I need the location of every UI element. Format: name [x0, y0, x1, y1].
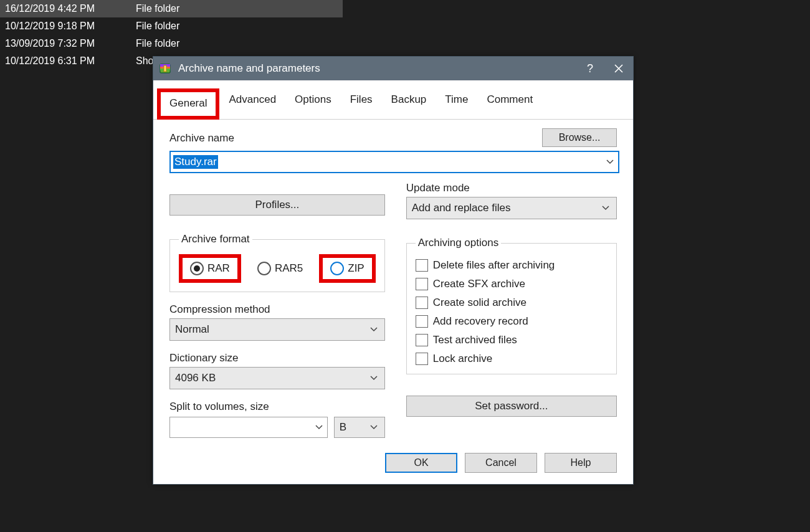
radio-icon: [330, 262, 344, 275]
chevron-down-icon[interactable]: [366, 417, 382, 437]
opt-delete-files[interactable]: Delete files after archiving: [416, 259, 608, 272]
tab-general[interactable]: General: [157, 88, 219, 120]
checkbox-icon: [416, 297, 428, 309]
radio-icon: [190, 262, 204, 275]
browse-button[interactable]: Browse...: [542, 128, 617, 147]
dictionary-label: Dictionary size: [169, 352, 385, 364]
checkbox-icon: [416, 259, 428, 272]
tab-files[interactable]: Files: [341, 88, 382, 119]
archive-name-value: Study.rar: [173, 155, 218, 169]
file-date: 13/09/2019 7:32 PM: [0, 38, 136, 49]
chevron-down-icon[interactable]: [311, 417, 327, 437]
file-date: 16/12/2019 4:42 PM: [0, 3, 136, 14]
archive-name-input[interactable]: Study.rar: [169, 151, 619, 173]
compression-select[interactable]: Normal: [169, 318, 385, 341]
opt-test[interactable]: Test archived files: [416, 334, 608, 346]
chevron-down-icon[interactable]: [366, 368, 382, 389]
compression-label: Compression method: [169, 303, 385, 316]
dialog-title: Archive name and parameters: [177, 62, 576, 75]
file-type: File folder: [136, 38, 343, 49]
tab-backup[interactable]: Backup: [382, 88, 436, 119]
tab-options[interactable]: Options: [285, 88, 341, 119]
archiving-options-label: Archiving options: [416, 237, 501, 249]
chevron-down-icon[interactable]: [366, 319, 382, 340]
dictionary-value: 4096 KB: [175, 372, 216, 384]
split-unit-select[interactable]: B: [334, 417, 385, 438]
split-unit-value: B: [340, 421, 346, 434]
opt-solid[interactable]: Create solid archive: [416, 297, 608, 309]
dictionary-select[interactable]: 4096 KB: [169, 367, 385, 389]
update-mode-select[interactable]: Add and replace files: [406, 197, 617, 219]
opt-lock[interactable]: Lock archive: [416, 353, 608, 365]
checkbox-icon: [416, 334, 428, 346]
ok-button[interactable]: OK: [385, 453, 457, 473]
tabstrip: General Advanced Options Files Backup Ti…: [153, 88, 633, 120]
help-icon[interactable]: ?: [576, 57, 604, 80]
tab-advanced[interactable]: Advanced: [219, 88, 285, 119]
profiles-button[interactable]: Profiles...: [169, 194, 385, 216]
close-icon[interactable]: [604, 57, 633, 80]
checkbox-icon: [416, 315, 428, 328]
tab-time[interactable]: Time: [436, 88, 477, 119]
format-rar-radio[interactable]: RAR: [190, 262, 230, 275]
format-zip-radio[interactable]: ZIP: [330, 262, 364, 275]
winrar-icon: [153, 62, 177, 75]
format-zip-label: ZIP: [348, 262, 364, 275]
archiving-options-group: Archiving options Delete files after arc…: [406, 237, 617, 374]
file-date: 10/12/2019 9:18 PM: [0, 21, 136, 32]
checkbox-icon: [416, 353, 428, 365]
checkbox-icon: [416, 278, 428, 290]
winrar-dialog: Archive name and parameters ? General Ad…: [153, 56, 634, 485]
update-mode-value: Add and replace files: [412, 202, 511, 214]
help-button[interactable]: Help: [545, 453, 617, 473]
chevron-down-icon[interactable]: [602, 152, 618, 172]
split-label: Split to volumes, size: [169, 401, 385, 413]
tab-comment[interactable]: Comment: [477, 88, 542, 119]
update-mode-label: Update mode: [406, 182, 617, 194]
archive-format-label: Archive format: [179, 233, 252, 245]
file-row[interactable]: 10/12/2019 9:18 PM File folder: [0, 17, 343, 35]
opt-sfx[interactable]: Create SFX archive: [416, 278, 608, 290]
format-rar5-radio[interactable]: RAR5: [257, 262, 303, 275]
dialog-titlebar[interactable]: Archive name and parameters ?: [153, 57, 633, 80]
dialog-footer: OK Cancel Help: [153, 444, 633, 484]
cancel-button[interactable]: Cancel: [465, 453, 537, 473]
format-rar5-label: RAR5: [275, 262, 303, 275]
file-row[interactable]: 16/12/2019 4:42 PM File folder: [0, 0, 343, 17]
compression-value: Normal: [175, 323, 209, 336]
format-rar-label: RAR: [207, 262, 230, 275]
radio-icon: [257, 262, 271, 275]
split-size-input[interactable]: [169, 417, 328, 438]
opt-recovery[interactable]: Add recovery record: [416, 315, 608, 328]
chevron-down-icon[interactable]: [598, 197, 614, 219]
svg-rect-4: [164, 65, 166, 72]
file-type: File folder: [136, 21, 343, 32]
file-row[interactable]: 13/09/2019 7:32 PM File folder: [0, 35, 343, 52]
file-type: File folder: [136, 3, 343, 14]
file-date: 10/12/2019 6:31 PM: [0, 55, 136, 67]
archive-name-label: Archive name: [169, 132, 531, 145]
set-password-button[interactable]: Set password...: [406, 396, 617, 417]
archive-format-group: Archive format RAR RAR5: [169, 233, 385, 292]
